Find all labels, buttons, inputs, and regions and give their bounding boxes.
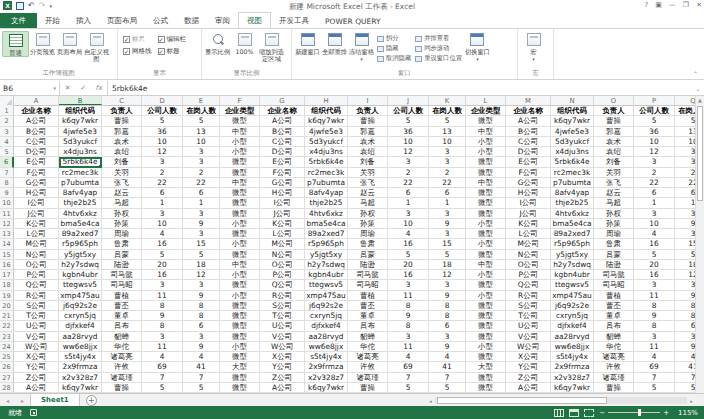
- cell[interactable]: 司马懿: [348, 270, 388, 280]
- cell[interactable]: 微型: [466, 188, 506, 198]
- cell[interactable]: ttegwsv5: [305, 280, 348, 290]
- cell[interactable]: 组织代码: [305, 106, 348, 116]
- cell[interactable]: 关羽: [594, 168, 634, 178]
- cell[interactable]: k6qy7wkr: [305, 383, 348, 393]
- cell[interactable]: 曹操: [594, 383, 634, 393]
- cell[interactable]: 89a2xed7: [305, 229, 348, 239]
- cell[interactable]: 孙策: [102, 219, 142, 229]
- row-header[interactable]: 5: [0, 147, 14, 157]
- cell[interactable]: T公司: [14, 311, 59, 321]
- ribbon-button[interactable]: 冻结窗格▾: [348, 31, 375, 62]
- cell[interactable]: 3: [142, 280, 183, 290]
- cell[interactable]: rc2mec3k: [551, 168, 594, 178]
- cell[interactable]: 微型: [466, 311, 506, 321]
- cell[interactable]: x2v328z7: [551, 373, 594, 383]
- cell[interactable]: 3: [142, 209, 183, 219]
- cell[interactable]: G公司: [14, 178, 59, 188]
- cell[interactable]: 微型: [466, 321, 506, 331]
- cell[interactable]: 4htv6xkz: [551, 209, 594, 219]
- cell[interactable]: 诸葛亮: [102, 352, 142, 362]
- cell[interactable]: P公司: [506, 270, 551, 280]
- cell[interactable]: O公司: [506, 260, 551, 270]
- cell[interactable]: 4jwfe5e3: [551, 127, 594, 137]
- zoom-in-icon[interactable]: +: [663, 409, 669, 417]
- row-header[interactable]: 2: [0, 116, 14, 126]
- cell[interactable]: Y公司: [506, 362, 551, 372]
- collapse-ribbon-icon[interactable]: ⌃: [693, 70, 698, 77]
- cell[interactable]: aa28rvyd: [305, 332, 348, 342]
- cell[interactable]: 微型: [220, 280, 260, 290]
- cell[interactable]: bma5e4ca: [551, 219, 594, 229]
- cell[interactable]: 4: [142, 352, 183, 362]
- cell[interactable]: 18: [429, 260, 466, 270]
- cell[interactable]: 负责人: [594, 106, 634, 116]
- cell[interactable]: 曹丕: [594, 301, 634, 311]
- cell[interactable]: 6: [634, 188, 675, 198]
- cell[interactable]: 7: [142, 373, 183, 383]
- cell[interactable]: 22: [634, 178, 675, 188]
- cell[interactable]: xmp475au: [59, 291, 102, 301]
- cell[interactable]: 董卓: [102, 311, 142, 321]
- cell[interactable]: J公司: [506, 209, 551, 219]
- row-header[interactable]: 7: [0, 168, 14, 178]
- cell[interactable]: 16: [388, 270, 429, 280]
- cell[interactable]: O公司: [260, 260, 305, 270]
- cell[interactable]: P公司: [14, 270, 59, 280]
- cell[interactable]: 小型: [466, 147, 506, 157]
- cell[interactable]: 刘备: [594, 157, 634, 167]
- cell[interactable]: 4: [183, 352, 220, 362]
- cell[interactable]: 貂蝉: [348, 332, 388, 342]
- cell[interactable]: 大型: [466, 362, 506, 372]
- cell[interactable]: 中型: [220, 178, 260, 188]
- cell[interactable]: 诸葛瑾: [594, 373, 634, 383]
- cell[interactable]: 7: [429, 373, 466, 383]
- cell[interactable]: 69: [634, 362, 675, 372]
- cell[interactable]: 5: [183, 383, 220, 393]
- ribbon-button[interactable]: 自定义视图: [83, 31, 110, 62]
- cell[interactable]: 3: [183, 209, 220, 219]
- formula-input[interactable]: 5rbk6k4e: [108, 81, 692, 95]
- normal-view-icon[interactable]: [554, 409, 564, 417]
- cell[interactable]: M公司: [260, 239, 305, 249]
- cell[interactable]: 5: [429, 250, 466, 260]
- ribbon-options-icon[interactable]: ▣: [655, 1, 662, 9]
- ribbon-button[interactable]: 分页预览: [29, 31, 56, 55]
- cell[interactable]: A公司: [14, 383, 59, 393]
- cell[interactable]: 16: [142, 270, 183, 280]
- column-header[interactable]: A: [14, 96, 59, 105]
- row-header[interactable]: 14: [0, 239, 14, 249]
- cell[interactable]: G公司: [260, 178, 305, 188]
- ribbon-button[interactable]: 宏▾: [520, 31, 547, 62]
- scroll-right-icon[interactable]: ▸: [687, 398, 696, 404]
- cell[interactable]: 3: [429, 229, 466, 239]
- cell[interactable]: 8: [388, 321, 429, 331]
- cell[interactable]: 5: [675, 383, 695, 393]
- cell[interactable]: P公司: [260, 270, 305, 280]
- ribbon-checkbox[interactable]: ✓标尺: [123, 35, 152, 44]
- cell[interactable]: 12: [429, 270, 466, 280]
- cell[interactable]: aa28rvyd: [551, 332, 594, 342]
- column-header[interactable]: Q: [675, 96, 695, 105]
- row-header[interactable]: 26: [0, 362, 14, 372]
- cell[interactable]: X公司: [14, 352, 59, 362]
- cell[interactable]: 5: [634, 383, 675, 393]
- cell[interactable]: 中型: [466, 260, 506, 270]
- cell[interactable]: 5d3yukcf: [305, 137, 348, 147]
- cell[interactable]: E公司: [14, 157, 59, 167]
- cell[interactable]: thje2b25: [59, 198, 102, 208]
- cell[interactable]: 41: [429, 362, 466, 372]
- cell[interactable]: R公司: [506, 291, 551, 301]
- cell[interactable]: 刘备: [348, 157, 388, 167]
- cell[interactable]: 曹植: [348, 291, 388, 301]
- cell[interactable]: 22: [142, 178, 183, 188]
- cell[interactable]: 22: [675, 178, 695, 188]
- cell[interactable]: 4htv6xkz: [305, 209, 348, 219]
- cell[interactable]: 微型: [466, 157, 506, 167]
- row-header[interactable]: 21: [0, 311, 14, 321]
- cell[interactable]: djfxkef4: [551, 321, 594, 331]
- cell[interactable]: 小型: [466, 219, 506, 229]
- cell[interactable]: 袁术: [102, 137, 142, 147]
- ribbon-tab[interactable]: 公式: [145, 13, 176, 28]
- cell[interactable]: 曹操: [348, 383, 388, 393]
- column-header[interactable]: H: [305, 96, 348, 105]
